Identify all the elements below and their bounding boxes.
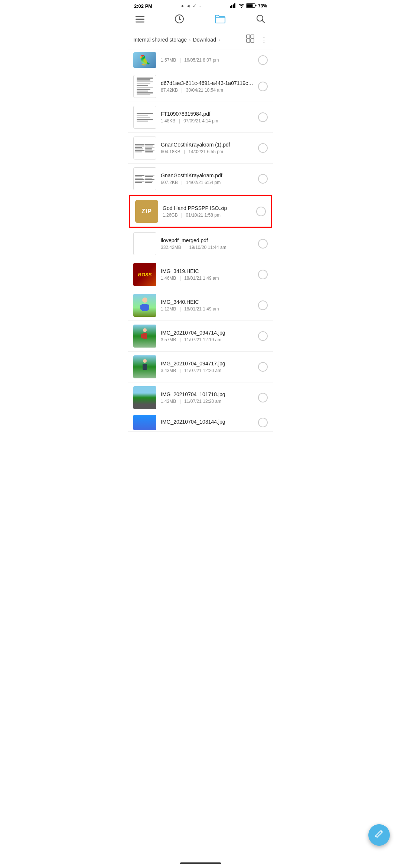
file-date: 19/10/20 11:44 am xyxy=(189,245,226,250)
file-thumbnail xyxy=(133,137,156,160)
file-checkbox[interactable] xyxy=(258,174,268,184)
zip-label: ZIP xyxy=(141,208,152,215)
file-checkbox[interactable] xyxy=(258,362,268,372)
file-size: 1.57MB xyxy=(161,57,176,63)
list-item[interactable]: IMG_20210704_101718.jpg 1.42MB | 11/07/2… xyxy=(128,382,273,413)
menu-icon[interactable] xyxy=(136,15,144,25)
file-size: 3.57MB xyxy=(161,337,176,342)
file-size: 1.42MB xyxy=(161,399,176,404)
breadcrumb-current[interactable]: Download xyxy=(193,37,216,43)
battery-icon xyxy=(246,3,257,9)
list-item[interactable]: BOSS IMG_3419.HEIC 1.46MB | 18/01/21 1:4… xyxy=(128,259,273,290)
file-name: IMG_20210704_101718.jpg xyxy=(161,391,254,397)
svg-rect-1 xyxy=(231,5,232,8)
file-meta: 1.46MB | 18/01/21 1:49 am xyxy=(161,276,254,281)
file-list: 🦜 1.57MB | 16/05/21 8:07 pm xyxy=(128,49,273,432)
file-info: God Hand PPSSPP ISO.zip 1.26GB | 01/10/2… xyxy=(163,205,252,218)
file-date: 11/07/21 12:20 am xyxy=(184,399,221,404)
file-info: IMG_20210704_103144.jpg xyxy=(161,419,254,426)
list-item[interactable]: ilovepdf_merged.pdf 332.42MB | 19/10/20 … xyxy=(128,228,273,259)
file-name: IMG_3419.HEIC xyxy=(161,268,254,274)
file-info: 1.57MB | 16/05/21 8:07 pm xyxy=(161,57,254,63)
grid-view-icon[interactable] xyxy=(246,34,254,45)
file-size: 332.42MB xyxy=(161,245,181,250)
list-item[interactable]: IMG_20210704_103144.jpg xyxy=(128,413,273,432)
breadcrumb-actions: ⋮ xyxy=(246,34,268,45)
file-size: 87.42KB xyxy=(161,88,178,93)
notification-icons: ● ◄ ✓ ·· xyxy=(181,3,201,9)
file-info: d67d1ae3-611c-4691-a443-1a07119c5970.pdf… xyxy=(161,80,254,93)
list-item[interactable]: d67d1ae3-611c-4691-a443-1a07119c5970.pdf… xyxy=(128,71,273,102)
file-thumbnail xyxy=(133,415,156,430)
list-item[interactable]: FT109078315984.pdf 1.48KB | 07/09/21 4:1… xyxy=(128,102,273,133)
file-date: 07/09/21 4:14 pm xyxy=(183,118,218,124)
svg-point-20 xyxy=(143,328,147,332)
history-icon[interactable] xyxy=(175,14,184,26)
file-thumbnail xyxy=(133,167,156,190)
breadcrumb-root[interactable]: Internal shared storage xyxy=(133,37,187,43)
file-name: FT109078315984.pdf xyxy=(161,111,254,117)
svg-rect-19 xyxy=(146,305,149,310)
file-checkbox[interactable] xyxy=(258,300,268,310)
file-checkbox[interactable] xyxy=(258,82,268,91)
file-checkbox[interactable] xyxy=(258,112,268,122)
svg-rect-9 xyxy=(136,22,144,23)
svg-rect-13 xyxy=(251,35,254,38)
file-name: IMG_20210704_103144.jpg xyxy=(161,419,254,425)
file-thumbnail xyxy=(133,325,156,348)
file-info: GnanGosthiKrayakram.pdf 607.2KB | 14/02/… xyxy=(161,172,254,185)
svg-rect-12 xyxy=(247,35,250,38)
svg-rect-3 xyxy=(234,3,235,8)
list-item[interactable]: GnanGosthiKrayakram.pdf 607.2KB | 14/02/… xyxy=(128,164,273,194)
folder-icon[interactable] xyxy=(215,14,226,26)
list-item[interactable]: IMG_20210704_094714.jpg 3.57MB | 11/07/2… xyxy=(128,321,273,352)
file-date: 11/07/21 12:19 am xyxy=(184,337,221,342)
file-thumbnail xyxy=(133,232,156,255)
file-checkbox[interactable] xyxy=(258,143,268,153)
file-meta: 3.57MB | 11/07/21 12:19 am xyxy=(161,337,254,342)
file-meta: 1.26GB | 01/10/21 1:58 pm xyxy=(163,213,252,218)
file-meta: 3.43MB | 11/07/21 12:20 am xyxy=(161,368,254,373)
wifi-icon xyxy=(238,3,245,9)
file-info: IMG_3419.HEIC 1.46MB | 18/01/21 1:49 am xyxy=(161,268,254,281)
file-date: 11/07/21 12:20 am xyxy=(184,368,221,373)
file-info: IMG_3440.HEIC 1.12MB | 18/01/21 1:49 am xyxy=(161,299,254,312)
file-date: 18/01/21 1:49 am xyxy=(184,306,219,312)
notification-dot: ● xyxy=(181,3,184,9)
status-time: 2:02 PM xyxy=(134,3,152,9)
file-date: 18/01/21 1:49 am xyxy=(184,276,219,281)
file-date: 14/02/21 6:55 pm xyxy=(189,149,223,154)
nav-bar xyxy=(128,10,273,30)
list-item[interactable]: IMG_20210704_094717.jpg 3.43MB | 11/07/2… xyxy=(128,352,273,382)
file-meta: 1.12MB | 18/01/21 1:49 am xyxy=(161,306,254,312)
file-checkbox[interactable] xyxy=(258,331,268,341)
svg-rect-0 xyxy=(230,6,231,8)
breadcrumb-sep1: › xyxy=(189,37,191,43)
file-meta: 1.48KB | 07/09/21 4:14 pm xyxy=(161,118,254,124)
file-checkbox[interactable] xyxy=(258,239,268,249)
list-item[interactable]: IMG_3440.HEIC 1.12MB | 18/01/21 1:49 am xyxy=(128,290,273,321)
file-size: 1.46MB xyxy=(161,276,176,281)
file-thumbnail xyxy=(133,355,156,378)
file-thumbnail: 🦜 xyxy=(133,52,156,68)
file-checkbox[interactable] xyxy=(256,207,266,216)
file-meta: 1.57MB | 16/05/21 8:07 pm xyxy=(161,57,254,63)
file-checkbox[interactable] xyxy=(258,418,268,427)
file-info: IMG_20210704_101718.jpg 1.42MB | 11/07/2… xyxy=(161,391,254,404)
search-icon[interactable] xyxy=(256,14,265,26)
list-item[interactable]: GnanGosthiKrayakram (1).pdf 604.18KB | 1… xyxy=(128,133,273,164)
signal-icon xyxy=(230,3,237,9)
file-thumbnail xyxy=(133,75,156,98)
file-meta: 1.42MB | 11/07/21 12:20 am xyxy=(161,399,254,404)
svg-rect-15 xyxy=(251,39,254,42)
svg-rect-6 xyxy=(247,4,252,7)
list-item-highlighted[interactable]: ZIP God Hand PPSSPP ISO.zip 1.26GB | 01/… xyxy=(129,195,272,228)
list-item[interactable]: 🦜 1.57MB | 16/05/21 8:07 pm xyxy=(128,49,273,71)
file-meta: 604.18KB | 14/02/21 6:55 pm xyxy=(161,149,254,154)
file-checkbox[interactable] xyxy=(258,393,268,402)
file-date: 16/05/21 8:07 pm xyxy=(184,57,219,63)
file-checkbox[interactable] xyxy=(258,55,268,65)
more-options-icon[interactable]: ⋮ xyxy=(260,35,268,44)
file-checkbox[interactable] xyxy=(258,270,268,279)
download-done-icon: ✓ xyxy=(193,3,196,9)
